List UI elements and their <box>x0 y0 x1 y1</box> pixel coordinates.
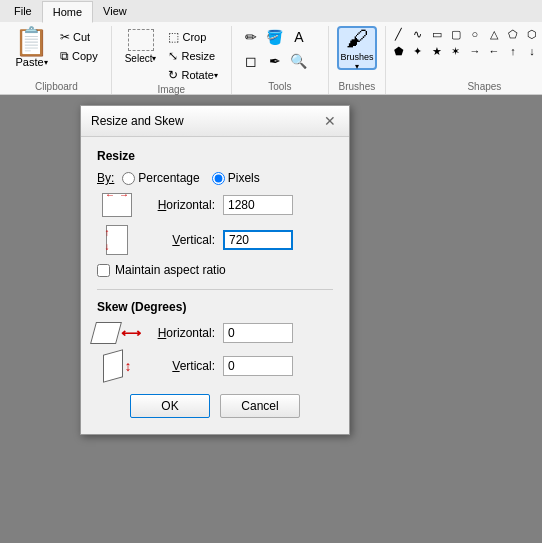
rotate-icon: ↻ <box>168 68 178 82</box>
shape-star4[interactable]: ✦ <box>409 43 427 59</box>
resize-button[interactable]: ⤡ Resize <box>163 47 222 65</box>
brushes-button[interactable]: 🖌 Brushes ▾ <box>337 26 377 70</box>
shape-line[interactable]: ╱ <box>390 26 408 42</box>
shape-curve[interactable]: ∿ <box>409 26 427 42</box>
skew-vertical-label: Vertical: <box>145 359 215 373</box>
eraser-tool[interactable]: ◻ <box>240 50 262 72</box>
resize-horizontal-input[interactable] <box>223 195 293 215</box>
image-group: Select ▾ ⬚ Crop ⤡ Resize ↻ <box>112 26 232 94</box>
skew-horizontal-icon-container: ⟷ <box>97 322 137 344</box>
shape-star5[interactable]: ★ <box>428 43 446 59</box>
dialog-button-row: OK Cancel <box>97 394 333 422</box>
canvas-area: Resize and Skew ✕ Resize By: Percentage … <box>0 95 542 543</box>
skew-horizontal-row: ⟷ Horizontal: <box>97 322 333 344</box>
brushes-items: 🖌 Brushes ▾ <box>337 26 377 81</box>
shape-rect[interactable]: ▭ <box>428 26 446 42</box>
select-dropdown-icon: ▾ <box>152 54 156 63</box>
skew-vertical-input[interactable] <box>223 356 293 376</box>
shape-hexagon[interactable]: ⬡ <box>523 26 541 42</box>
clipboard-label: Clipboard <box>35 81 78 94</box>
resize-vertical-input[interactable] <box>223 230 293 250</box>
vert-arrows: ↑ ↓ <box>105 228 109 252</box>
percentage-radio-label[interactable]: Percentage <box>122 171 199 185</box>
left-arrow-icon: ← <box>105 189 115 200</box>
pixels-radio-label[interactable]: Pixels <box>212 171 260 185</box>
cancel-button[interactable]: Cancel <box>220 394 300 418</box>
resize-vertical-icon: ↑ ↓ <box>106 225 128 255</box>
shape-arrow-r[interactable]: → <box>466 43 484 59</box>
crop-icon: ⬚ <box>168 30 179 44</box>
tools-label: Tools <box>268 81 291 94</box>
paste-icon: 📋 <box>14 28 49 56</box>
skew-v-arrow-icon: ↕ <box>125 358 132 374</box>
resize-vertical-label: Vertical: <box>145 233 215 247</box>
cut-label: Cut <box>73 31 90 43</box>
brushes-dropdown-icon: ▾ <box>355 62 359 71</box>
resize-horizontal-icon: ← → <box>102 193 132 217</box>
copy-label: Copy <box>72 50 98 62</box>
parallelogram-h-icon <box>90 322 122 344</box>
ok-button[interactable]: OK <box>130 394 210 418</box>
shapes-grid: ╱ ∿ ▭ ▢ ○ △ ⬠ ⬡ ◺ ◇ ⬟ ✦ ★ ✶ → ← ↑ ↓ 💬 ♡ <box>390 26 542 59</box>
select-button[interactable]: Select ▾ <box>120 26 162 67</box>
crop-button[interactable]: ⬚ Crop <box>163 28 222 46</box>
tools-items: ✏ 🪣 A ◻ ✒ 🔍 <box>240 26 320 81</box>
shape-ellipse[interactable]: ○ <box>466 26 484 42</box>
tab-home[interactable]: Home <box>42 1 93 23</box>
shape-pentagon2[interactable]: ⬟ <box>390 43 408 59</box>
text-tool[interactable]: A <box>288 26 310 48</box>
percentage-label: Percentage <box>138 171 199 185</box>
skew-horizontal-icon: ⟷ <box>93 322 141 344</box>
paste-button[interactable]: 📋 Paste ▾ <box>10 26 53 70</box>
brushes-icon: 🖌 <box>346 26 368 52</box>
shape-pentagon[interactable]: ⬠ <box>504 26 522 42</box>
shape-roundrect[interactable]: ▢ <box>447 26 465 42</box>
magnify-tool[interactable]: 🔍 <box>288 50 310 72</box>
vertical-label-text: Vertical: <box>172 233 215 247</box>
paste-label: Paste <box>15 56 43 68</box>
resize-horizontal-label: Horizontal: <box>145 198 215 212</box>
shape-arrow-l[interactable]: ← <box>485 43 503 59</box>
paste-dropdown-icon: ▾ <box>44 58 48 67</box>
shape-arrow-d[interactable]: ↓ <box>523 43 541 59</box>
percentage-radio[interactable] <box>122 172 135 185</box>
rotate-dropdown-icon: ▾ <box>214 71 218 80</box>
resize-vertical-icon-container: ↑ ↓ <box>97 225 137 255</box>
select-label: Select <box>125 53 153 64</box>
picker-tool[interactable]: ✒ <box>264 50 286 72</box>
skew-horizontal-input[interactable] <box>223 323 293 343</box>
maintain-aspect-row: Maintain aspect ratio <box>97 263 333 277</box>
skew-section-label: Skew (Degrees) <box>97 300 333 314</box>
horizontal-label-text: Horizontal: <box>158 198 215 212</box>
skew-horizontal-label: Horizontal: <box>145 326 215 340</box>
shape-star6[interactable]: ✶ <box>447 43 465 59</box>
shapes-group: ╱ ∿ ▭ ▢ ○ △ ⬠ ⬡ ◺ ◇ ⬟ ✦ ★ ✶ → ← ↑ ↓ 💬 ♡ <box>386 26 542 94</box>
brushes-group-label: Brushes <box>339 81 376 94</box>
cut-button[interactable]: ✂ Cut <box>55 28 103 46</box>
ribbon: File Home View 📋 Paste ▾ ✂ Cut <box>0 0 542 95</box>
resize-vertical-row: ↑ ↓ Vertical: <box>97 225 333 255</box>
ribbon-tab-bar: File Home View <box>0 0 542 22</box>
copy-button[interactable]: ⧉ Copy <box>55 47 103 65</box>
fill-tool[interactable]: 🪣 <box>264 26 286 48</box>
dialog-close-button[interactable]: ✕ <box>321 112 339 130</box>
tab-file[interactable]: File <box>4 0 42 22</box>
pixels-radio[interactable] <box>212 172 225 185</box>
rotate-button[interactable]: ↻ Rotate ▾ <box>163 66 222 84</box>
parallelogram-v-icon <box>103 349 123 382</box>
resize-skew-dialog: Resize and Skew ✕ Resize By: Percentage … <box>80 105 350 435</box>
tab-view[interactable]: View <box>93 0 137 22</box>
pencil-tool[interactable]: ✏ <box>240 26 262 48</box>
rotate-label: Rotate <box>181 69 213 81</box>
copy-icon: ⧉ <box>60 49 69 63</box>
dialog-body: Resize By: Percentage Pixels <box>81 137 349 434</box>
brushes-group: 🖌 Brushes ▾ Brushes <box>329 26 386 94</box>
maintain-aspect-checkbox[interactable] <box>97 264 110 277</box>
clipboard-small-buttons: ✂ Cut ⧉ Copy <box>55 26 103 65</box>
shape-triangle[interactable]: △ <box>485 26 503 42</box>
shape-arrow-u[interactable]: ↑ <box>504 43 522 59</box>
pixels-label: Pixels <box>228 171 260 185</box>
skew-vertical-icon-container: ↕ <box>97 352 137 380</box>
skew-vertical-row: ↕ Vertical: <box>97 352 333 380</box>
resize-horizontal-icon-container: ← → <box>97 193 137 217</box>
